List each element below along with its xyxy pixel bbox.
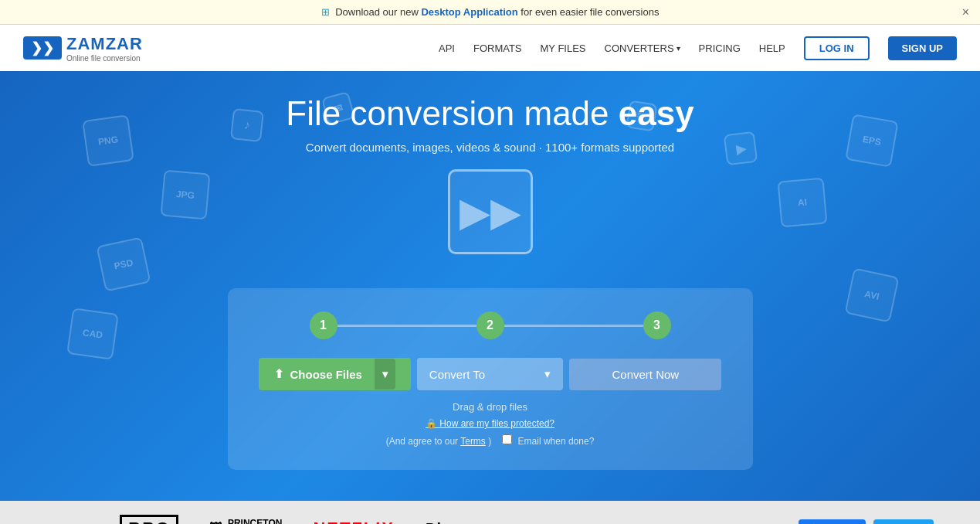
banner-close-button[interactable]: × [962, 5, 969, 19]
nav-formats[interactable]: FORMATS [473, 43, 522, 54]
step-1-circle: 1 [310, 311, 337, 339]
step-2-circle: 2 [476, 311, 504, 339]
logo-icon-box: ❯❯ [23, 36, 62, 60]
float-eps-icon: EPS [845, 114, 899, 168]
logo-area: ❯❯ ZAMZAR Online file conversion [23, 34, 143, 63]
nav-myfiles[interactable]: MY FILES [541, 43, 586, 54]
float-png-icon: PNG [82, 114, 134, 167]
hero-title-bold: easy [619, 94, 694, 132]
banner-text-before: Download our new [335, 6, 421, 18]
choose-files-dropdown-icon[interactable]: ▾ [375, 359, 395, 390]
float-jpg-icon: JPG [160, 169, 210, 219]
upload-icon: ⬆ [274, 367, 284, 381]
float-cad-icon: CAD [66, 308, 119, 360]
choose-files-label: Choose Files [290, 368, 362, 381]
converter-footer: Drag & drop files 🔒 How are my files pro… [259, 401, 722, 430]
princeton-name: 🛡 PRINCETON UNIVERSITY [209, 518, 282, 524]
float-ai-icon: AI [777, 177, 827, 227]
lock-icon: 🔒 [426, 418, 437, 429]
convert-now-button[interactable]: Convert Now [569, 359, 721, 390]
convert-to-dropdown-icon: ▾ [544, 367, 551, 381]
nav-api[interactable]: API [439, 43, 455, 54]
play-icon: ▶▶ [459, 189, 521, 235]
agree-text: (And agree to our [386, 436, 461, 447]
navbar: ❯❯ ZAMZAR Online file conversion API FOR… [0, 25, 980, 71]
agree-row: (And agree to our Terms ) Email when don… [259, 434, 722, 447]
file-protection-link[interactable]: 🔒 How are my files protected? [426, 418, 554, 429]
float-psd-icon: PSD [96, 236, 151, 291]
hero-section: PNG JPG PSD CAD EPS AI AVI ♪ ▶ ✉ 🔍 File … [0, 71, 980, 501]
login-button[interactable]: LOG IN [804, 36, 870, 60]
drag-drop-text: Drag & drop files [259, 401, 722, 413]
converter-box: 1 2 3 ⬆ Choose Files ▾ Convert To ▾ Conv… [228, 288, 753, 470]
netflix-logo: NETFLIX [313, 519, 395, 524]
top-banner: ⊞ Download our new Desktop Application f… [0, 0, 980, 25]
share-row: Share Zamzar: 👍 Like 77k 🐦 Follow [724, 519, 934, 524]
float-avi-icon: AVI [844, 267, 899, 322]
hero-title: File conversion made easy [286, 94, 693, 133]
step-line-1 [337, 325, 476, 327]
choose-files-button[interactable]: ⬆ Choose Files ▾ [259, 358, 411, 390]
agree-text2: ) [488, 436, 491, 447]
email-when-done-label: Email when done? [518, 436, 595, 447]
float-misc2-icon: ▶ [724, 131, 758, 166]
hero-title-normal: File conversion made [286, 94, 618, 132]
steps-row: 1 2 3 [259, 311, 722, 339]
email-checkbox[interactable] [502, 434, 512, 444]
float-misc1-icon: ♪ [230, 108, 264, 142]
hero-play-area: ▶▶ [444, 169, 537, 262]
nav-help[interactable]: HELP [759, 43, 785, 54]
banner-text-after: for even easier file conversions [521, 6, 659, 18]
nav-pricing[interactable]: PRICING [699, 43, 741, 54]
play-box: ▶▶ [448, 169, 533, 254]
used-by-section: Used by: BBC 🛡 PRINCETON UNIVERSITY NETF… [0, 501, 980, 524]
terms-link[interactable]: Terms [460, 436, 486, 447]
step-3-circle: 3 [643, 311, 671, 339]
logo-chevron-icon: ❯❯ [31, 39, 54, 56]
princeton-logo: 🛡 PRINCETON UNIVERSITY [209, 518, 282, 524]
convert-to-label: Convert To [429, 368, 485, 381]
file-protection-label: How are my files protected? [439, 418, 554, 429]
used-by-logos: BBC 🛡 PRINCETON UNIVERSITY NETFLIX Disco… [120, 515, 693, 524]
like-button[interactable]: 👍 Like 77k [799, 519, 866, 524]
bbc-logo: BBC [120, 515, 178, 524]
step-line-2 [504, 325, 643, 327]
hero-content: File conversion made easy Convert docume… [286, 94, 693, 169]
nav-converters[interactable]: CONVERTERS ▾ [605, 43, 680, 54]
nav-links: API FORMATS MY FILES CONVERTERS ▾ PRICIN… [439, 36, 957, 60]
convert-to-button[interactable]: Convert To ▾ [417, 358, 563, 390]
banner-windows-icon: ⊞ [321, 6, 330, 18]
discovery-logo: Discovery [426, 520, 500, 525]
banner-desktop-link[interactable]: Desktop Application [421, 6, 517, 18]
zamzar-tagline: Online file conversion [66, 54, 143, 63]
converter-actions: ⬆ Choose Files ▾ Convert To ▾ Convert No… [259, 358, 722, 390]
princeton-text1: PRINCETON [228, 518, 282, 524]
logo-brand[interactable]: ZAMZAR Online file conversion [66, 34, 143, 63]
converters-dropdown-arrow: ▾ [677, 44, 680, 53]
zamzar-name: ZAMZAR [66, 34, 143, 54]
follow-button[interactable]: 🐦 Follow [873, 519, 934, 524]
signup-button[interactable]: SIGN UP [888, 36, 957, 60]
hero-subtitle: Convert documents, images, videos & soun… [286, 141, 693, 154]
